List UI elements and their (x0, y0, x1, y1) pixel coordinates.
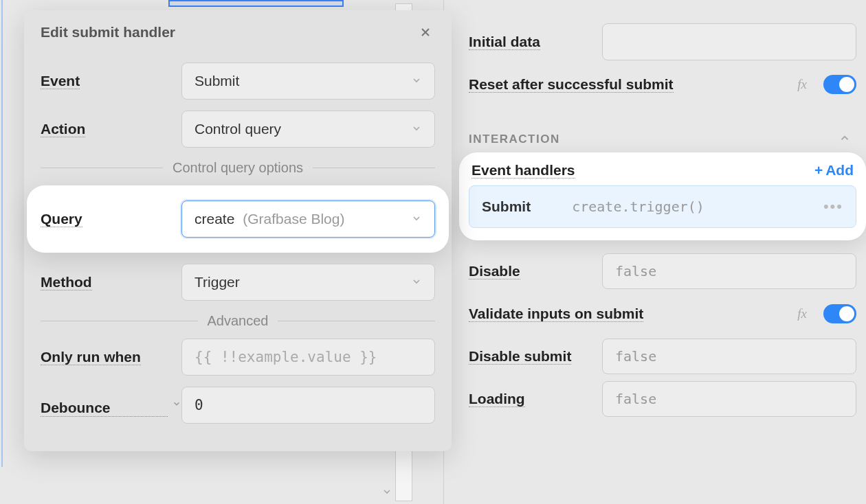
fx-icon[interactable]: fx (797, 306, 807, 321)
query-value-secondary: (Grafbase Blog) (243, 211, 344, 227)
debounce-input[interactable]: 0 (181, 387, 435, 424)
close-button[interactable] (416, 23, 435, 42)
inspector-panel: Initial data Reset after successful subm… (443, 0, 866, 504)
close-icon (419, 25, 432, 39)
debounce-label: Debounce (41, 393, 168, 417)
only-run-when-input[interactable]: {{ !!example.value }} (181, 339, 435, 376)
add-button-label: Add (825, 162, 854, 179)
event-handler-item[interactable]: Submit create.trigger() ••• (469, 185, 856, 228)
event-handlers-label: Event handlers (471, 162, 575, 179)
handler-code: create.trigger() (572, 198, 704, 215)
validate-inputs-label: Validate inputs on submit (469, 306, 643, 322)
canvas-guide-vertical (1, 0, 3, 467)
control-query-divider-label: Control query options (173, 160, 303, 176)
disable-label: Disable (469, 263, 520, 279)
disable-submit-row: Disable submit false (469, 335, 856, 378)
chevron-down-icon (411, 274, 422, 290)
method-value: Trigger (195, 274, 240, 290)
reset-after-submit-row: Reset after successful submit fx (469, 63, 856, 106)
control-query-divider: Control query options (41, 160, 435, 176)
event-row: Event Submit (41, 62, 435, 100)
event-value: Submit (195, 73, 239, 89)
disable-input[interactable]: false (602, 253, 856, 289)
handler-more-icon[interactable]: ••• (823, 198, 843, 216)
toggle-knob (839, 77, 854, 92)
chevron-down-icon[interactable] (172, 399, 181, 411)
edit-submit-handler-modal: Edit submit handler Event Submit Action … (24, 10, 452, 451)
chevron-down-icon (411, 211, 422, 227)
disable-row: Disable false (469, 250, 856, 293)
toggle-knob (839, 306, 854, 321)
action-value: Control query (195, 121, 281, 137)
query-value: create (195, 211, 234, 227)
query-row-highlight: Query create (Grafbase Blog) (27, 185, 449, 253)
query-select[interactable]: create (Grafbase Blog) (181, 201, 435, 238)
loading-row: Loading false (469, 378, 856, 420)
action-label: Action (41, 115, 85, 137)
only-run-when-row: Only run when {{ !!example.value }} (41, 339, 435, 376)
method-select[interactable]: Trigger (181, 264, 435, 301)
method-label: Method (41, 268, 92, 290)
handler-event-name: Submit (482, 198, 531, 215)
disable-submit-input[interactable]: false (602, 339, 856, 374)
canvas-selected-element[interactable] (168, 0, 344, 7)
reset-after-submit-toggle[interactable] (823, 75, 856, 94)
chevron-up-icon (839, 132, 851, 147)
only-run-when-label: Only run when (41, 343, 141, 365)
initial-data-input[interactable] (602, 23, 856, 60)
chevron-down-icon (411, 121, 422, 137)
chevron-down-icon (411, 73, 422, 89)
interaction-section-header[interactable]: INTERACTION (469, 132, 856, 147)
validate-inputs-toggle[interactable] (823, 304, 856, 323)
action-row: Action Control query (41, 111, 435, 148)
event-label: Event (41, 67, 80, 89)
canvas-chevron-down-icon[interactable] (381, 486, 392, 500)
fx-icon[interactable]: fx (797, 77, 807, 92)
advanced-divider-label: Advanced (208, 313, 269, 329)
event-select[interactable]: Submit (181, 62, 435, 100)
loading-label: Loading (469, 391, 525, 407)
event-handlers-card: Event handlers + Add Submit create.trigg… (459, 152, 866, 240)
modal-body: Event Submit Action Control query Contro… (24, 49, 452, 451)
advanced-divider: Advanced (41, 313, 435, 329)
modal-title: Edit submit handler (41, 24, 175, 41)
modal-header: Edit submit handler (24, 10, 452, 49)
loading-input[interactable]: false (602, 381, 856, 417)
initial-data-row: Initial data (469, 21, 856, 63)
action-select[interactable]: Control query (181, 111, 435, 148)
reset-after-submit-label: Reset after successful submit (469, 76, 674, 93)
disable-submit-label: Disable submit (469, 348, 571, 365)
method-row: Method Trigger (41, 264, 435, 301)
plus-icon: + (814, 162, 823, 179)
add-handler-button[interactable]: + Add (814, 162, 854, 179)
debounce-row: Debounce 0 (41, 387, 435, 424)
query-label: Query (41, 205, 82, 227)
validate-inputs-row: Validate inputs on submit fx (469, 293, 856, 335)
initial-data-label: Initial data (469, 34, 540, 50)
interaction-section-label: INTERACTION (469, 133, 560, 146)
